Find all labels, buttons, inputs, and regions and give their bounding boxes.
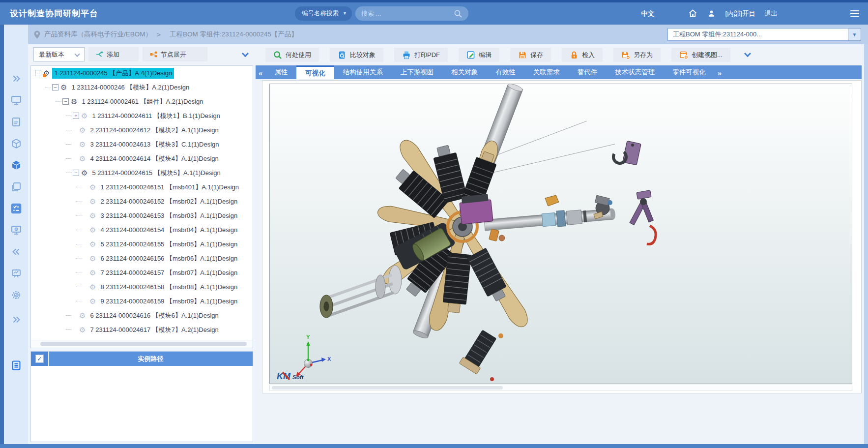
notes-icon[interactable] — [9, 358, 24, 373]
collapse-toggle-icon[interactable]: − — [35, 70, 41, 76]
collapse-toggle-icon[interactable]: − — [62, 98, 69, 105]
tree-panel-collapse-icon[interactable] — [242, 50, 249, 57]
monitor-icon[interactable] — [9, 93, 24, 108]
user-icon[interactable] — [707, 9, 716, 18]
collapse-toggle-icon[interactable]: − — [52, 84, 58, 90]
cube-outline-icon[interactable] — [9, 136, 24, 151]
tree-connector — [76, 230, 82, 230]
tree-row[interactable]: ⚙7 231124-000024617 【模块7】A.2(1)Design — [31, 323, 253, 337]
tab-结构使用关系[interactable]: 结构使用关系 — [334, 65, 392, 79]
tree-row[interactable]: ⚙4 231124-0000246154 【msbr04】A.1(1)Desig… — [31, 223, 253, 237]
viewer-horizontal-scrollbar[interactable] — [269, 385, 852, 391]
compare-icon — [338, 51, 347, 60]
add-node-button[interactable]: 添加 — [88, 47, 139, 61]
collapse-toggle-icon[interactable]: − — [73, 170, 79, 176]
version-select[interactable]: 最新版本 — [33, 47, 85, 61]
tree-item-label: 5 231124-0000246155 【msbr05】A.1(1)Design — [98, 239, 239, 250]
compare-button[interactable]: 比较对象 — [330, 48, 383, 62]
check-in-button[interactable]: 检入 — [562, 48, 603, 62]
tab-零件可视化[interactable]: 零件可视化 — [664, 65, 715, 79]
where-used-icon — [273, 51, 282, 60]
tree-row[interactable]: ⚙2 231124-0000246152 【msbr02】A.1(1)Desig… — [31, 194, 253, 209]
context-selector-dropdown[interactable]: 工程BOM 零组件:231124-000... ▼ — [667, 28, 861, 41]
instance-path-checkbox[interactable]: ✓ — [35, 355, 44, 363]
settings-gear-icon[interactable] — [9, 288, 24, 302]
icon-sidebar — [4, 25, 28, 444]
tree-row[interactable]: ⚙6 231124-000024616 【模块6】A.1(1)Design — [31, 308, 253, 323]
tab-bar: «属性可视化结构使用关系上下游视图相关对象有效性关联需求替代件技术状态管理零件可… — [256, 65, 862, 79]
save-button[interactable]: 保存 — [510, 48, 551, 62]
tree-item-label: 1 231124-0000246 【模块】A.2(1)Design — [69, 82, 191, 93]
model-viewport[interactable]: Y X KM Soft — [269, 84, 852, 384]
layers-icon[interactable] — [9, 179, 24, 194]
chevron-down-icon — [74, 51, 80, 57]
tabs-scroll-left[interactable]: « — [256, 69, 265, 79]
part-icon: ⚙ — [89, 297, 96, 306]
tab-技术状态管理[interactable]: 技术状态管理 — [606, 65, 664, 79]
cube-solid-icon[interactable] — [9, 158, 24, 173]
tab-关联需求[interactable]: 关联需求 — [524, 65, 569, 79]
tree-row[interactable]: ⚙3 231124-000024613 【模块3】C.1(1)Design — [31, 137, 253, 151]
tree-connector — [76, 244, 82, 244]
double-chevron-right-icon[interactable] — [9, 71, 24, 86]
edit-icon — [466, 51, 475, 60]
create-view-icon — [679, 51, 688, 60]
tree-row[interactable]: ⚙5 231124-0000246155 【msbr05】A.1(1)Desig… — [31, 237, 253, 251]
tree-row[interactable]: ⚙9 231124-0000246159 【msbr09】A.1(1)Desig… — [31, 294, 253, 308]
tab-可视化[interactable]: 可视化 — [296, 65, 334, 79]
app-header: 设计制造协同研制平台 编号名称搜索 ▼ 中文 [内部]开目 退出 — [0, 2, 868, 25]
tree-row[interactable]: ⚙1 231124-0000246151 【msb401】A.1(1)Desig… — [31, 180, 253, 194]
tree-row[interactable]: ⚙4 231124-000024614 【模块4】A.1(1)Design — [31, 151, 253, 166]
tree-horizontal-scrollbar[interactable] — [31, 340, 253, 347]
menu-icon[interactable] — [850, 10, 859, 17]
tree-connector — [76, 258, 82, 259]
current-user[interactable]: [内部]开目 — [725, 9, 755, 18]
save-as-button[interactable]: 另存为 — [613, 48, 661, 62]
tree-item-label: 6 231124-000024616 【模块6】A.1(1)Design — [88, 310, 220, 321]
part-icon: ⚙ — [79, 126, 86, 135]
double-chevron-right-icon[interactable] — [9, 312, 24, 327]
search-icon — [454, 9, 463, 18]
scrollbar-thumb[interactable] — [272, 386, 503, 389]
tabs-scroll-right[interactable]: » — [715, 69, 724, 79]
tree-row[interactable]: ⚙7 231124-0000246157 【msbr07】A.1(1)Desig… — [31, 266, 253, 280]
tree-row[interactable]: ⚙2 231124-000024612 【模块2】A.1(1)Design — [31, 123, 253, 137]
tab-有效性[interactable]: 有效性 — [487, 65, 524, 79]
tab-属性[interactable]: 属性 — [265, 65, 296, 79]
search-category-dropdown[interactable]: 编号名称搜索 ▼ — [295, 6, 352, 21]
language-switch[interactable]: 中文 — [641, 9, 654, 18]
home-icon[interactable] — [688, 8, 698, 19]
monitor-view-icon[interactable] — [9, 223, 24, 238]
tasklist-icon[interactable] — [9, 201, 24, 216]
document-icon[interactable] — [9, 115, 24, 129]
tree-row[interactable]: ⚙8 231124-0000246158 【msbr08】A.1(1)Desig… — [31, 280, 253, 294]
logout-button[interactable]: 退出 — [764, 9, 778, 18]
create-view-button[interactable]: 创建视图... — [671, 48, 730, 62]
tab-上下游视图[interactable]: 上下游视图 — [392, 65, 443, 79]
tree-row[interactable]: −⚙1 231124-00002461 【组件】A.2(1)Design — [31, 94, 253, 109]
tree-row[interactable]: ⚙3 231124-0000246153 【msbr03】A.1(1)Desig… — [31, 209, 253, 223]
print-pdf-button[interactable]: 打印PDF — [394, 48, 448, 62]
axis-y-label: Y — [306, 334, 310, 340]
tree-connector — [76, 215, 82, 216]
search-input[interactable] — [361, 10, 454, 17]
tree-row[interactable]: −⚙1 231124-0000246 【模块】A.2(1)Design — [31, 80, 253, 94]
tree-row[interactable]: −⚙1 231124-0000245 【产品】A.4(1)Design — [31, 66, 253, 80]
tree-row[interactable]: +⚙1 231124-000024611 【模块1】B.1(1)Design — [31, 109, 253, 123]
expand-toggle-icon[interactable]: + — [73, 113, 79, 119]
scrollbar-thumb[interactable] — [40, 342, 247, 346]
tab-相关对象[interactable]: 相关对象 — [442, 65, 487, 79]
tree-row[interactable]: ⚙6 231124-0000246156 【msbr06】A.1(1)Desig… — [31, 251, 253, 266]
save-icon — [518, 51, 527, 60]
part-icon: ⚙ — [79, 311, 86, 320]
tab-替代件[interactable]: 替代件 — [569, 65, 607, 79]
breadcrumb-root[interactable]: 产品资料库（高科电子行业/EBOM） — [44, 30, 152, 39]
tree-row[interactable]: −⚙5 231124-000024615 【模块5】A.1(1)Design — [31, 166, 253, 180]
where-used-button[interactable]: 何处使用 — [265, 48, 319, 62]
expand-node-button[interactable]: 节点展开 — [143, 47, 207, 61]
dashboard-icon[interactable] — [9, 266, 24, 281]
tree-item-label: 1 231124-000024611 【模块1】B.1(1)Design — [90, 111, 222, 121]
double-chevron-left-icon[interactable] — [9, 244, 24, 259]
part-icon: ⚙ — [43, 69, 50, 78]
edit-button[interactable]: 编辑 — [459, 48, 499, 62]
